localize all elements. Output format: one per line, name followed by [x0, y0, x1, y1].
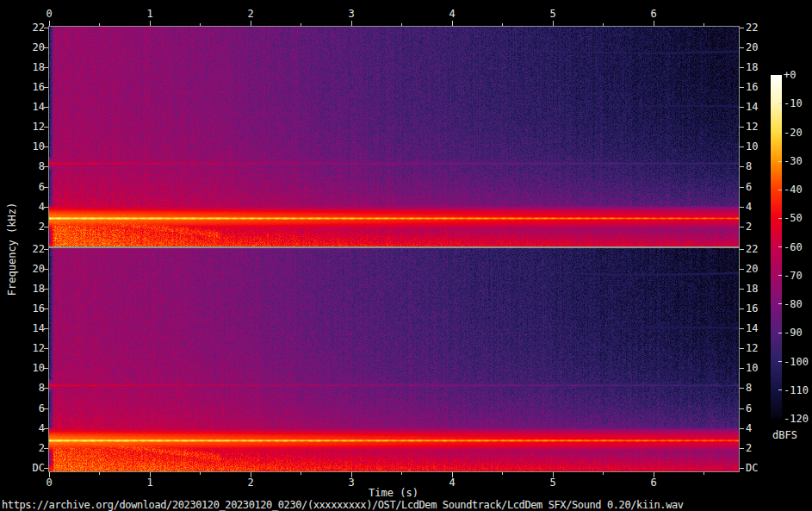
freq-tick-right: [740, 289, 744, 290]
freq-tick-label-left: 10: [33, 141, 45, 152]
spectrogram-screen: Frequency (kHz) 001122334455662222202018…: [0, 0, 812, 511]
freq-tick-label-right: 4: [746, 423, 752, 433]
freq-tick-right: [740, 448, 744, 449]
freq-tick-label-left: 2: [39, 443, 45, 453]
freq-tick-label-right: 16: [746, 303, 758, 314]
colorbar-tick-label: -50: [784, 213, 803, 223]
freq-tick-label-right: 6: [746, 182, 752, 192]
freq-tick-label-left: 4: [39, 202, 45, 212]
colorbar-tick-label: -70: [784, 271, 803, 281]
colorbar-unit-label: dBFS: [772, 430, 797, 440]
frequency-axis-title: Frequency (kHz): [6, 203, 18, 296]
freq-tick-label-right: 16: [746, 82, 758, 92]
freq-tick-right-dc: [740, 468, 744, 469]
freq-tick-label-right: 6: [746, 403, 752, 414]
time-minor-tick-bottom: [301, 472, 301, 475]
time-tick-label-bottom: 5: [549, 477, 555, 488]
freq-tick-right: [740, 187, 744, 188]
freq-tick-right: [740, 107, 744, 108]
freq-tick-label-right: 8: [746, 383, 752, 393]
time-minor-tick-top: [401, 23, 402, 26]
freq-tick-label-right: 2: [746, 443, 752, 453]
freq-tick-right: [740, 207, 744, 208]
time-major-tick-top: [351, 21, 352, 26]
spectrogram-plot-frame: [48, 26, 740, 472]
freq-tick-right: [740, 87, 744, 88]
freq-tick-label-left: 16: [33, 303, 45, 314]
freq-tick-right: [740, 328, 744, 329]
time-minor-tick-top: [301, 23, 301, 26]
freq-tick-right: [740, 227, 744, 227]
colorbar-tick-label: -40: [784, 184, 803, 195]
freq-tick-label-right: 10: [746, 141, 758, 152]
colorbar-tick-label: -100: [784, 357, 809, 367]
colorbar-tick-label: -110: [784, 385, 809, 396]
time-tick-label-top: 6: [650, 9, 656, 19]
freq-tick-right: [740, 28, 744, 28]
freq-tick-label-left: 14: [33, 323, 45, 333]
time-tick-label-bottom: 3: [348, 477, 354, 488]
time-tick-label-top: 0: [46, 9, 52, 19]
freq-tick-label-right: 4: [746, 202, 752, 212]
time-tick-label-bottom: 2: [247, 477, 253, 488]
freq-dc-label-right: DC: [746, 463, 758, 473]
time-major-tick-top: [150, 21, 151, 26]
colorbar-tick-label: -30: [784, 156, 803, 166]
freq-tick-right: [740, 408, 744, 409]
freq-tick-label-left: 8: [39, 161, 45, 171]
freq-tick-label-left: 20: [33, 42, 45, 53]
time-minor-tick-bottom: [401, 472, 402, 475]
time-tick-label-top: 4: [449, 9, 455, 19]
time-tick-label-top: 2: [247, 9, 253, 19]
freq-tick-label-left: 2: [39, 221, 45, 232]
freq-tick-label-left: 10: [33, 363, 45, 373]
time-minor-tick-top: [200, 23, 201, 26]
time-minor-tick-top: [99, 23, 100, 26]
colorbar-tick-label: -20: [784, 128, 803, 138]
freq-tick-label-left: 22: [33, 22, 45, 33]
time-minor-tick-bottom: [99, 472, 100, 475]
freq-tick-label-right: 12: [746, 122, 758, 132]
time-minor-tick-bottom: [502, 472, 503, 475]
freq-tick-label-left: 6: [39, 403, 45, 414]
freq-tick-label-left: 20: [33, 264, 45, 274]
freq-tick-label-left: 22: [33, 244, 45, 254]
time-tick-label-bottom: 0: [46, 477, 52, 488]
colorbar-tick-label: -60: [784, 242, 803, 252]
freq-tick-right: [740, 428, 744, 429]
freq-tick-label-right: 14: [746, 102, 758, 112]
freq-tick-label-right: 12: [746, 343, 758, 353]
freq-tick-right: [740, 127, 744, 128]
time-tick-label-bottom: 4: [449, 477, 455, 488]
freq-tick-label-right: 14: [746, 323, 758, 333]
freq-tick-label-right: 20: [746, 42, 758, 53]
freq-dc-label-left: DC: [33, 463, 45, 473]
freq-tick-label-left: 16: [33, 82, 45, 92]
source-url-text: https://archive.org/download/20230120_20…: [2, 499, 684, 511]
freq-tick-right: [740, 47, 744, 48]
colorbar-tick-label: -120: [784, 414, 809, 424]
time-minor-tick-bottom: [200, 472, 201, 475]
freq-tick-label-left: 12: [33, 343, 45, 353]
freq-tick-right: [740, 146, 744, 147]
freq-tick-right: [740, 368, 744, 369]
freq-tick-label-right: 2: [746, 221, 752, 232]
time-minor-tick-top: [603, 23, 604, 26]
freq-tick-right: [740, 388, 744, 389]
freq-tick-right: [740, 249, 744, 250]
time-tick-label-bottom: 6: [650, 477, 656, 488]
spectrogram-canvas: [49, 27, 739, 471]
time-axis-title: Time (s): [369, 487, 418, 499]
freq-tick-right: [740, 166, 744, 167]
time-minor-tick-bottom: [704, 472, 704, 475]
freq-tick-label-left: 12: [33, 122, 45, 132]
freq-tick-right: [740, 348, 744, 349]
freq-tick-label-right: 20: [746, 264, 758, 274]
time-major-tick-top: [49, 21, 50, 26]
colorbar-tick-label: -90: [784, 327, 803, 338]
colorbar-tick-label: -80: [784, 299, 803, 309]
time-major-tick-top: [553, 21, 554, 26]
time-tick-label-top: 1: [146, 9, 152, 19]
time-major-tick-top: [251, 21, 251, 26]
colorbar: [771, 75, 782, 419]
